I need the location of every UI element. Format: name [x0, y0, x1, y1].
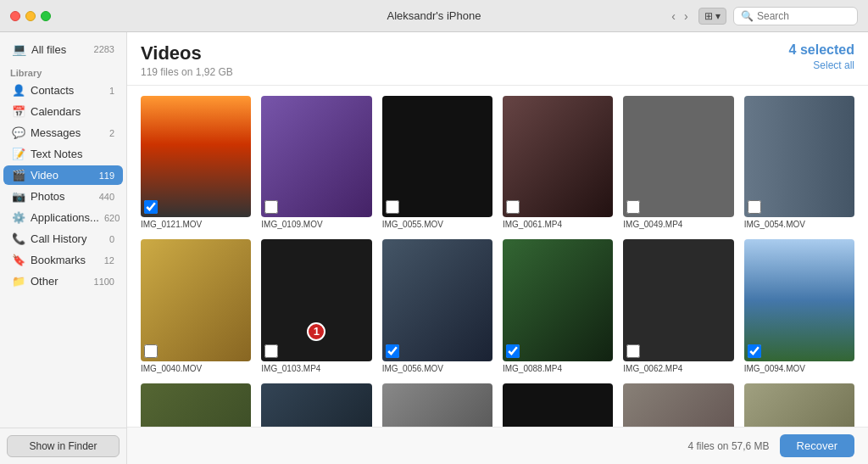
- text-notes-icon: 📝: [12, 148, 25, 160]
- nav-forward-button[interactable]: ›: [681, 8, 692, 25]
- video-thumbnail: [623, 96, 733, 217]
- video-thumb-wrapper: [744, 96, 854, 217]
- sidebar-item-label-messages: Messages: [31, 126, 104, 139]
- video-item[interactable]: IMG_0054.MOV: [744, 96, 854, 229]
- sidebar-item-contacts[interactable]: 👤 Contacts 1: [3, 81, 123, 100]
- sidebar-item-label-call-history: Call History: [31, 232, 104, 245]
- select-all-button[interactable]: Select all: [813, 59, 854, 71]
- video-filename: IMG_0109.MOV: [261, 220, 371, 229]
- video-filename: IMG_0062.MP4: [623, 364, 733, 373]
- sidebar-item-bookmarks[interactable]: 🔖 Bookmarks 12: [3, 250, 123, 270]
- video-select-checkbox[interactable]: [748, 200, 761, 214]
- library-section-label: Library: [0, 63, 126, 80]
- video-item[interactable]: IMG_0062.MP4: [623, 239, 733, 372]
- sidebar-item-photos[interactable]: 📷 Photos 440: [3, 187, 123, 206]
- video-filename: IMG_0054.MOV: [744, 220, 854, 229]
- video-item[interactable]: IMG_0040.MOV: [141, 239, 251, 372]
- sidebar-item-call-history[interactable]: 📞 Call History 0: [3, 229, 123, 249]
- sidebar-item-text-notes[interactable]: 📝 Text Notes: [3, 144, 123, 164]
- video-item[interactable]: 2IMG_0047.MOV: [623, 383, 733, 427]
- video-item[interactable]: IMG_0053.MOV: [503, 383, 613, 427]
- video-item[interactable]: IMG_0089.MP4: [141, 383, 251, 427]
- sidebar-item-count-other: 1100: [94, 277, 114, 287]
- video-select-checkbox[interactable]: [264, 344, 278, 358]
- video-filename: IMG_0040.MOV: [141, 364, 251, 373]
- video-select-checkbox[interactable]: [626, 200, 640, 214]
- video-thumb-wrapper: [141, 239, 251, 361]
- nav-back-button[interactable]: ‹: [668, 8, 679, 25]
- video-thumb-wrapper: [503, 383, 613, 427]
- video-thumb-wrapper: [623, 96, 733, 217]
- sidebar-item-other[interactable]: 📁 Other 1100: [3, 271, 123, 291]
- video-thumb-wrapper: [261, 96, 371, 217]
- search-input[interactable]: [757, 10, 850, 22]
- sidebar-item-applications[interactable]: ⚙️ Applications... 620: [3, 208, 123, 227]
- content-title-area: Videos 119 files on 1,92 GB: [141, 42, 789, 78]
- video-select-checkbox[interactable]: [748, 344, 761, 358]
- video-item[interactable]: IMG_0094.MOV: [744, 239, 854, 372]
- sidebar-item-calendars[interactable]: 📅 Calendars: [3, 102, 123, 121]
- nav-buttons: ‹ ›: [668, 8, 691, 25]
- video-item[interactable]: IMG_0055.MOV: [382, 96, 492, 229]
- content-area: Videos 119 files on 1,92 GB 4 selected S…: [127, 32, 868, 464]
- video-item[interactable]: IMG_0049.MP4: [623, 96, 733, 229]
- sidebar-item-label-calendars: Calendars: [31, 105, 109, 118]
- content-header-right: 4 selected Select all: [789, 42, 854, 71]
- search-icon: 🔍: [741, 10, 754, 22]
- content-footer: 4 files on 57,6 MB Recover: [127, 427, 868, 464]
- video-thumb-wrapper: [623, 239, 733, 361]
- maximize-button[interactable]: [41, 11, 51, 21]
- video-select-checkbox[interactable]: [386, 200, 399, 214]
- video-select-checkbox[interactable]: [626, 344, 640, 358]
- video-thumb-wrapper: [744, 239, 854, 361]
- video-select-checkbox[interactable]: [144, 344, 158, 358]
- minimize-button[interactable]: [25, 11, 36, 21]
- content-subtitle: 119 files on 1,92 GB: [141, 66, 789, 78]
- video-filename: IMG_0055.MOV: [382, 220, 492, 229]
- all-files-icon: 💻: [12, 42, 26, 56]
- video-select-checkbox[interactable]: [386, 344, 399, 358]
- video-item[interactable]: IMG_0061.MP4: [503, 96, 613, 229]
- video-item[interactable]: IMG_0085.MOV: [744, 383, 854, 427]
- bookmarks-icon: 🔖: [12, 254, 25, 266]
- calendars-icon: 📅: [12, 105, 25, 118]
- main-layout: 💻 All files 2283 Library 👤 Contacts 1 📅 …: [0, 32, 868, 464]
- show-in-finder-button[interactable]: Show in Finder: [7, 435, 120, 457]
- video-select-checkbox[interactable]: [506, 344, 520, 358]
- close-button[interactable]: [10, 11, 20, 21]
- video-item[interactable]: IMG_0109.MOV: [261, 96, 371, 229]
- grid-area: IMG_0121.MOVIMG_0109.MOVIMG_0055.MOVIMG_…: [127, 86, 868, 427]
- sidebar-item-count-photos: 440: [99, 192, 114, 202]
- video-thumbnail: [382, 96, 492, 217]
- video-item[interactable]: IMG_0056.MOV: [382, 239, 492, 372]
- sidebar-item-label-bookmarks: Bookmarks: [31, 254, 99, 266]
- video-icon: 🎬: [12, 169, 25, 182]
- video-thumb-wrapper: [141, 383, 251, 427]
- video-filename: IMG_0088.MP4: [503, 364, 613, 373]
- video-item[interactable]: IMG_0121.MOV: [141, 96, 251, 229]
- sidebar-item-messages[interactable]: 💬 Messages 2: [3, 123, 123, 143]
- sidebar-item-video[interactable]: 🎬 Video 119: [3, 165, 123, 185]
- video-select-checkbox[interactable]: [264, 200, 278, 214]
- video-select-checkbox[interactable]: [506, 200, 520, 214]
- video-item[interactable]: IMG_0088.MP4: [503, 239, 613, 372]
- video-thumbnail: [744, 239, 854, 361]
- video-thumbnail: [503, 383, 613, 427]
- sidebar-item-all-files[interactable]: 💻 All files 2283: [3, 39, 123, 59]
- video-thumbnail: [141, 239, 251, 361]
- video-thumb-wrapper: 1: [261, 239, 371, 361]
- video-item[interactable]: 1IMG_0103.MP4: [261, 239, 371, 372]
- video-item[interactable]: IMG_0116.MP4: [382, 383, 492, 427]
- other-icon: 📁: [12, 275, 25, 288]
- sidebar-item-count-video: 119: [99, 171, 114, 181]
- video-thumb-wrapper: [382, 383, 492, 427]
- recover-button[interactable]: Recover: [780, 434, 854, 457]
- video-item[interactable]: IMG_0057.MOV: [261, 383, 371, 427]
- sidebar-item-count-bookmarks: 12: [104, 255, 114, 266]
- sidebar-item-count-messages: 2: [109, 128, 114, 138]
- titlebar: Aleksandr's iPhone ‹ › ⊞ ▾ 🔍: [0, 0, 868, 32]
- video-select-checkbox[interactable]: [144, 200, 158, 214]
- view-toggle-button[interactable]: ⊞ ▾: [698, 8, 726, 25]
- sidebar-item-count-applications: 620: [104, 213, 120, 223]
- video-filename: IMG_0056.MOV: [382, 364, 492, 373]
